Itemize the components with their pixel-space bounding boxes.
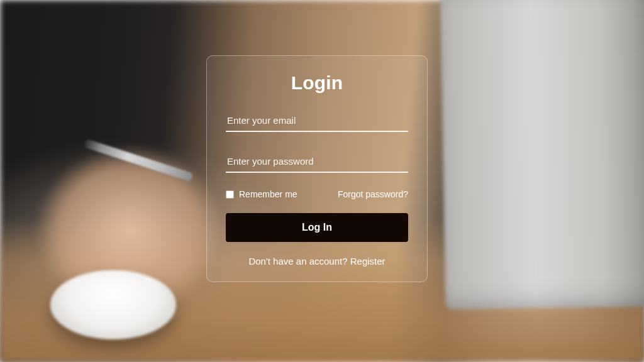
options-row: Remember me Forgot password?	[226, 189, 408, 199]
login-button[interactable]: Log In	[226, 213, 408, 242]
register-prefix: Don't have an account?	[248, 256, 350, 266]
login-title: Login	[226, 72, 408, 94]
remember-me-checkbox[interactable]	[226, 190, 234, 199]
remember-me[interactable]: Remember me	[226, 189, 297, 199]
background-monitor	[440, 0, 644, 310]
email-field[interactable]	[226, 110, 408, 132]
remember-me-label: Remember me	[239, 189, 297, 199]
register-line: Don't have an account? Register	[226, 256, 408, 266]
forgot-password-link[interactable]: Forgot password?	[338, 189, 408, 199]
background-mouse	[50, 270, 176, 339]
register-link[interactable]: Register	[350, 256, 386, 266]
password-field[interactable]	[226, 151, 408, 173]
login-card: Login Remember me Forgot password? Log I…	[206, 55, 428, 282]
